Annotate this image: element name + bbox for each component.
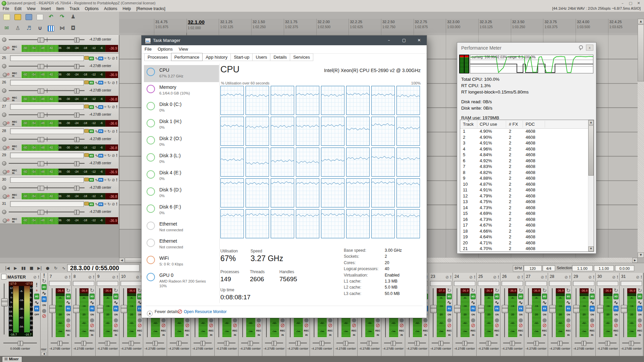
- channel-name-input[interactable]: [621, 281, 642, 286]
- open-project-icon[interactable]: [14, 13, 22, 20]
- pan-slider[interactable]: [68, 90, 85, 92]
- sidebar-item-ethernet[interactable]: EthernetNot connected: [144, 219, 219, 236]
- close-box-icon[interactable]: ☒: [4, 357, 9, 361]
- routing-button[interactable]: I/O: [89, 129, 94, 133]
- monitor-button[interactable]: !: [93, 275, 94, 280]
- monitor-button[interactable]: !: [498, 275, 499, 280]
- loop-icon[interactable]: ↻: [107, 55, 111, 62]
- tcp-track-31[interactable]: 31I/O∿FXM↻⊘!-4.27dB center⊘RECIN-60-54-4…: [0, 199, 119, 224]
- tcp-track-27[interactable]: 27I/O∿FXM↻⊘!-4.27dB center⊘RECIN-60-54-4…: [0, 102, 119, 127]
- volume-fader[interactable]: [9, 163, 72, 164]
- fx-button[interactable]: FX: [98, 178, 103, 182]
- fx-button[interactable]: FX: [494, 306, 499, 311]
- open-resource-monitor-link[interactable]: Open Resource Monitor: [178, 309, 226, 314]
- routing-button[interactable]: I/O: [89, 202, 94, 206]
- channel-fader[interactable]: [457, 288, 458, 337]
- pan-slider[interactable]: [432, 343, 450, 344]
- tab-details[interactable]: Details: [270, 53, 290, 61]
- menu-actions[interactable]: Actions: [101, 6, 120, 12]
- monitor-button[interactable]: !: [38, 275, 39, 280]
- envelope-button[interactable]: ∿: [89, 300, 95, 305]
- routing-button[interactable]: I/O: [542, 294, 547, 299]
- envelope-button[interactable]: ∿: [637, 300, 643, 305]
- folder-icon[interactable]: [84, 128, 89, 135]
- monitor-button[interactable]: !: [569, 275, 571, 280]
- menu-file[interactable]: File: [0, 6, 12, 12]
- pan-slider[interactable]: [408, 343, 426, 344]
- undo-icon[interactable]: ↶: [47, 13, 55, 20]
- routing-button[interactable]: I/O: [66, 294, 71, 299]
- fx-bypass-toggle[interactable]: M: [104, 152, 106, 159]
- volume-fader[interactable]: [9, 114, 72, 116]
- record-arm-button[interactable]: ●: [280, 318, 285, 322]
- pan-slider[interactable]: [98, 343, 116, 344]
- menu-insert[interactable]: Insert: [38, 6, 54, 12]
- routing-button[interactable]: I/O: [89, 178, 94, 182]
- record-arm-button[interactable]: ●: [161, 318, 166, 322]
- vscroll-thumb[interactable]: [638, 24, 644, 81]
- track-name-input[interactable]: [10, 55, 84, 61]
- pan-slider[interactable]: [527, 343, 545, 344]
- mute-button[interactable]: ⊘: [112, 177, 115, 183]
- channel-name-input[interactable]: [478, 281, 499, 286]
- tcp-track-partial[interactable]: -4.27dB center⊘RECIN-60-54-48-42-36-30-2…: [0, 35, 119, 54]
- fx-button[interactable]: FX: [34, 306, 39, 311]
- record-arm-button[interactable]: ●: [637, 318, 643, 322]
- monitor-icon[interactable]: ♬: [25, 24, 33, 32]
- fx-bypass-toggle[interactable]: M: [104, 79, 106, 86]
- pan-slider[interactable]: [313, 343, 331, 344]
- channel-fader[interactable]: [552, 288, 553, 337]
- channel-name-input[interactable]: [454, 281, 475, 286]
- loop-icon[interactable]: ↻: [494, 288, 500, 293]
- mixer-strip-26[interactable]: 26⊘!-36.8-6--18--30--42--54-↻I/O∿FXON●⊘R…: [500, 273, 524, 356]
- pan-slider[interactable]: [384, 343, 402, 344]
- selection-length[interactable]: 0.0.00: [615, 265, 634, 271]
- pan-slider[interactable]: [503, 343, 521, 344]
- record-arm-button[interactable]: ●: [423, 318, 428, 322]
- routing-button[interactable]: I/O: [89, 154, 94, 158]
- mute-button[interactable]: ⊘: [88, 275, 92, 280]
- pan-slider[interactable]: [479, 343, 497, 344]
- sidebar-item-disk-6-f-[interactable]: Disk 6 (F:)0%: [144, 202, 219, 219]
- pan-slider[interactable]: [68, 39, 85, 41]
- arrange-vscrollbar[interactable]: ▲▼: [638, 19, 644, 258]
- volume-fader[interactable]: [9, 90, 72, 92]
- routing-button[interactable]: I/O: [471, 294, 476, 299]
- record-arm-knob[interactable]: [2, 113, 6, 117]
- envelope-button[interactable]: ∿: [446, 300, 452, 305]
- monitor-button[interactable]: !: [474, 275, 475, 280]
- record-arm-button[interactable]: ●: [375, 318, 381, 322]
- record-arm-button[interactable]: ●: [41, 308, 47, 313]
- mixer-strip-partial[interactable]: !↻I/O∿FXON●⊘nter◀: [41, 273, 48, 356]
- fx-button[interactable]: FX: [542, 306, 547, 311]
- channel-fader[interactable]: [504, 288, 505, 337]
- menu-edit[interactable]: Edit: [12, 6, 24, 12]
- master-fader[interactable]: [4, 284, 5, 335]
- mute-button[interactable]: ⊘: [588, 275, 592, 280]
- sidebar-item-disk-1-h-[interactable]: Disk 1 (H:)0%: [144, 116, 219, 133]
- tab-processes[interactable]: Processes: [144, 53, 171, 61]
- mixer-strip-29[interactable]: 29⊘!-36.8-6--18--30--42--54-↻I/O∿FXON●⊘R…: [572, 273, 596, 356]
- envelope-button[interactable]: ∿: [542, 300, 547, 305]
- metronome-icon[interactable]: ♟: [69, 13, 77, 20]
- mute-button[interactable]: ⊘: [517, 275, 520, 280]
- fx-button[interactable]: FX: [113, 306, 118, 311]
- folder-icon[interactable]: [84, 152, 89, 159]
- tcp-track-28[interactable]: 28I/O∿FXM↻⊘!-4.27dB center⊘RECIN-60-54-4…: [0, 127, 119, 151]
- envelope-button[interactable]: ∿: [470, 300, 476, 305]
- pan-slider[interactable]: [170, 343, 188, 344]
- tab-services[interactable]: Services: [290, 53, 313, 61]
- loop-icon[interactable]: ↻: [113, 288, 119, 293]
- monitor-button[interactable]: !: [69, 275, 70, 280]
- record-monitor-button[interactable]: !: [116, 104, 117, 110]
- pan-slider[interactable]: [336, 343, 355, 344]
- tab-app-history[interactable]: App history: [202, 53, 231, 61]
- track-name-input[interactable]: [10, 128, 84, 134]
- track-name-input[interactable]: [10, 153, 84, 158]
- menu-track[interactable]: Track: [67, 6, 82, 12]
- pan-slider[interactable]: [551, 343, 569, 344]
- record-arm-button[interactable]: ●: [566, 318, 571, 322]
- channel-name-input[interactable]: [549, 281, 571, 286]
- scroll-left-button[interactable]: ◀: [119, 258, 124, 263]
- snap-icon[interactable]: ∪: [36, 24, 44, 32]
